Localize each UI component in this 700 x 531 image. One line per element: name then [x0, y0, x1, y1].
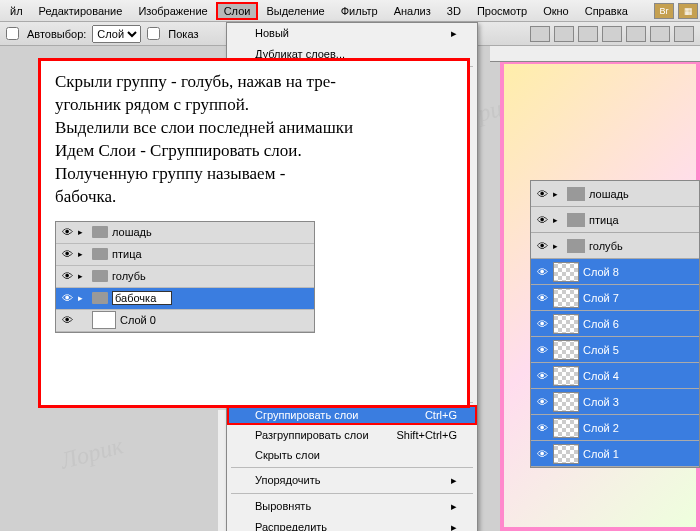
folder-icon: [92, 248, 108, 260]
menu-layers[interactable]: Слои: [216, 2, 259, 20]
distribute-icon[interactable]: [674, 26, 694, 42]
show-label: Показ: [168, 28, 198, 40]
menu-ungroup-shortcut: Shift+Ctrl+G: [396, 429, 457, 441]
layer-row-selected[interactable]: 👁 Слой 2: [531, 415, 699, 441]
tutorial-text: Идем Слои - Сгруппировать слои.: [55, 140, 453, 163]
layer-group-row[interactable]: 👁 ▸ лошадь: [56, 222, 314, 244]
align-icon[interactable]: [602, 26, 622, 42]
layer-thumbnail: [553, 340, 579, 360]
autoselect-checkbox[interactable]: [6, 27, 19, 40]
layer-name: Слой 8: [583, 266, 619, 278]
layer-thumbnail: [553, 288, 579, 308]
align-icon[interactable]: [650, 26, 670, 42]
layer-row-selected[interactable]: 👁 Слой 6: [531, 311, 699, 337]
layer-name: голубь: [589, 240, 623, 252]
grid-icon[interactable]: ▦: [678, 3, 698, 19]
visibility-icon[interactable]: 👁: [535, 448, 549, 460]
expand-icon[interactable]: ▸: [553, 215, 563, 225]
menu-select[interactable]: Выделение: [258, 2, 332, 20]
expand-icon[interactable]: ▸: [78, 292, 88, 304]
menu-new[interactable]: Новый: [227, 23, 477, 44]
visibility-icon[interactable]: 👁: [535, 188, 549, 200]
visibility-icon[interactable]: 👁: [535, 370, 549, 382]
layer-name: Слой 4: [583, 370, 619, 382]
menu-ungroup-label: Разгруппировать слои: [255, 429, 369, 441]
menu-arrange[interactable]: Упорядочить: [227, 470, 477, 491]
align-icon[interactable]: [578, 26, 598, 42]
layer-row-selected[interactable]: 👁 Слой 3: [531, 389, 699, 415]
layer-name: Слой 6: [583, 318, 619, 330]
menu-window[interactable]: Окно: [535, 2, 577, 20]
visibility-icon[interactable]: 👁: [535, 344, 549, 356]
layer-group-row[interactable]: 👁 ▸ лошадь: [531, 181, 699, 207]
visibility-icon[interactable]: 👁: [60, 225, 74, 240]
menu-edit[interactable]: Редактирование: [31, 2, 131, 20]
layer-group-row[interactable]: 👁 ▸ птица: [56, 244, 314, 266]
autoselect-label: Автовыбор:: [27, 28, 86, 40]
layer-name: Слой 2: [583, 422, 619, 434]
menu-analysis[interactable]: Анализ: [386, 2, 439, 20]
layer-group-row[interactable]: 👁 ▸ птица: [531, 207, 699, 233]
layer-row-selected[interactable]: 👁 Слой 7: [531, 285, 699, 311]
menu-align[interactable]: Выровнять: [227, 496, 477, 517]
visibility-icon[interactable]: 👁: [60, 291, 74, 306]
autoselect-dropdown[interactable]: Слой: [92, 25, 141, 43]
layer-row-selected[interactable]: 👁 Слой 8: [531, 259, 699, 285]
align-icon[interactable]: [554, 26, 574, 42]
menu-file[interactable]: йл: [2, 2, 31, 20]
menu-view[interactable]: Просмотр: [469, 2, 535, 20]
menu-distribute[interactable]: Распределить: [227, 517, 477, 531]
visibility-icon[interactable]: 👁: [60, 269, 74, 284]
folder-icon: [92, 292, 108, 304]
layer-thumbnail: [92, 311, 116, 329]
visibility-icon[interactable]: 👁: [535, 422, 549, 434]
layer-thumbnail: [553, 314, 579, 334]
visibility-icon[interactable]: 👁: [535, 240, 549, 252]
folder-icon: [567, 213, 585, 227]
layer-thumbnail: [553, 392, 579, 412]
menu-hide-layers[interactable]: Скрыть слои: [227, 445, 477, 465]
layer-name: Слой 3: [583, 396, 619, 408]
visibility-icon[interactable]: 👁: [60, 313, 74, 328]
menu-3d[interactable]: 3D: [439, 2, 469, 20]
menu-ungroup-layers[interactable]: Разгруппировать слои Shift+Ctrl+G: [227, 425, 477, 445]
visibility-icon[interactable]: 👁: [535, 318, 549, 330]
layer-row[interactable]: 👁 Слой 0: [56, 310, 314, 332]
menu-group-layers[interactable]: Сгруппировать слои Ctrl+G: [227, 405, 477, 425]
layer-group-row-selected[interactable]: 👁 ▸: [56, 288, 314, 310]
layer-thumbnail: [553, 444, 579, 464]
expand-icon[interactable]: ▸: [78, 226, 88, 238]
expand-icon[interactable]: ▸: [553, 241, 563, 251]
layers-panel: 👁 ▸ лошадь 👁 ▸ птица 👁 ▸ голубь 👁 Слой 8…: [530, 180, 700, 468]
menu-filter[interactable]: Фильтр: [333, 2, 386, 20]
align-icon[interactable]: [530, 26, 550, 42]
align-icon[interactable]: [626, 26, 646, 42]
visibility-icon[interactable]: 👁: [60, 247, 74, 262]
show-checkbox[interactable]: [147, 27, 160, 40]
expand-icon[interactable]: ▸: [78, 270, 88, 282]
visibility-icon[interactable]: 👁: [535, 266, 549, 278]
layer-rename-input[interactable]: [112, 291, 172, 305]
folder-icon: [567, 239, 585, 253]
bridge-icon[interactable]: Br: [654, 3, 674, 19]
tutorial-overlay: Скрыли группу - голубь, нажав на тре- уг…: [38, 58, 470, 408]
ruler-horizontal: [490, 46, 700, 62]
visibility-icon[interactable]: 👁: [535, 214, 549, 226]
tutorial-text: бабочка.: [55, 186, 453, 209]
layer-name: Слой 1: [583, 448, 619, 460]
menu-help[interactable]: Справка: [577, 2, 636, 20]
layer-row-selected[interactable]: 👁 Слой 5: [531, 337, 699, 363]
expand-icon[interactable]: ▸: [78, 248, 88, 260]
menubar: йл Редактирование Изображение Слои Выдел…: [0, 0, 700, 22]
layer-row-selected[interactable]: 👁 Слой 4: [531, 363, 699, 389]
menu-image[interactable]: Изображение: [130, 2, 215, 20]
visibility-icon[interactable]: 👁: [535, 396, 549, 408]
layer-group-row[interactable]: 👁 ▸ голубь: [531, 233, 699, 259]
folder-icon: [567, 187, 585, 201]
layer-thumbnail: [553, 418, 579, 438]
visibility-icon[interactable]: 👁: [535, 292, 549, 304]
layer-name: лошадь: [589, 188, 629, 200]
layer-row-selected[interactable]: 👁 Слой 1: [531, 441, 699, 467]
expand-icon[interactable]: ▸: [553, 189, 563, 199]
layer-group-row[interactable]: 👁 ▸ голубь: [56, 266, 314, 288]
